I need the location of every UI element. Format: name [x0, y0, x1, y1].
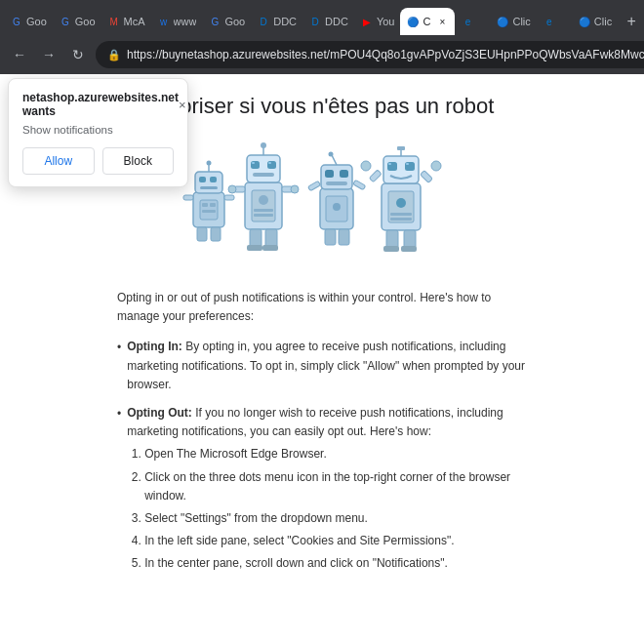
- svg-point-27: [291, 185, 299, 193]
- svg-rect-52: [397, 146, 405, 150]
- tab-favicon-2: G: [59, 15, 72, 28]
- svg-rect-40: [325, 170, 334, 178]
- popup-close-button[interactable]: ×: [179, 96, 186, 113]
- svg-rect-6: [200, 186, 218, 189]
- svg-rect-61: [386, 230, 398, 248]
- address-input[interactable]: 🔒 https://buynetashop.azurewebsites.net/…: [96, 41, 644, 68]
- svg-point-60: [431, 161, 441, 171]
- tab-2[interactable]: G Goo: [53, 8, 101, 35]
- tab-label-13: Clic: [594, 16, 612, 27]
- svg-rect-16: [247, 155, 280, 182]
- svg-rect-23: [253, 173, 274, 177]
- tab-6[interactable]: D DDC: [251, 8, 302, 35]
- steps-list: Open The Microsoft Edge Browser. Click o…: [127, 445, 527, 573]
- page-content: netashop.azurewebsites.net wants × Show …: [0, 74, 644, 644]
- svg-rect-7: [183, 195, 193, 200]
- url-text: https://buynetashop.azurewebsites.net/mP…: [127, 48, 644, 61]
- tab-favicon-13: 🔵: [578, 15, 591, 28]
- tab-label-9: Clic: [423, 16, 432, 27]
- tab-label-3: McA: [124, 16, 145, 27]
- opting-in-text: Opting In: By opting in, you agree to re…: [127, 338, 527, 394]
- tab-3[interactable]: M McA: [101, 8, 151, 35]
- tab-7[interactable]: D DDC: [302, 8, 354, 35]
- tab-close-9[interactable]: ×: [435, 15, 449, 28]
- svg-point-26: [228, 185, 236, 193]
- popup-site-name: netashop.azurewebsites.net wants: [22, 91, 179, 118]
- tab-12[interactable]: e: [537, 8, 572, 35]
- opting-out-title: Opting Out:: [127, 406, 192, 420]
- svg-rect-55: [388, 163, 391, 165]
- tab-favicon-4: w: [157, 15, 171, 28]
- browser-chrome: G Goo G Goo M McA w www G Goo D DDC D DD…: [0, 0, 644, 74]
- back-button[interactable]: ←: [8, 43, 31, 66]
- svg-rect-19: [251, 161, 260, 169]
- svg-point-33: [259, 195, 268, 205]
- tab-label-2: Goo: [75, 16, 96, 27]
- block-button[interactable]: Block: [102, 147, 175, 175]
- tab-favicon-9: 🔵: [406, 15, 420, 28]
- svg-rect-34: [254, 209, 273, 212]
- opting-in-detail: By opting in, you agree to receive push …: [127, 340, 525, 390]
- content-list: • Opting In: By opting in, you agree to …: [117, 338, 527, 577]
- tab-favicon-7: D: [308, 15, 322, 28]
- tab-10[interactable]: e: [455, 8, 490, 35]
- tab-favicon-8: ▶: [360, 15, 374, 28]
- tab-favicon-5: G: [208, 15, 221, 28]
- tab-label-4: www: [174, 16, 197, 27]
- svg-rect-63: [383, 246, 399, 252]
- svg-rect-44: [353, 180, 366, 189]
- svg-rect-31: [262, 245, 278, 251]
- svg-point-18: [261, 142, 266, 148]
- list-item-opting-in: • Opting In: By opting in, you agree to …: [117, 338, 527, 394]
- tab-label-1: Goo: [26, 16, 47, 27]
- svg-rect-10: [211, 227, 221, 241]
- svg-rect-1: [195, 172, 222, 193]
- tab-favicon-12: e: [543, 15, 556, 28]
- tab-8[interactable]: ▶ You: [354, 8, 401, 35]
- svg-rect-68: [390, 218, 412, 221]
- svg-rect-58: [421, 171, 433, 183]
- tab-favicon-3: M: [107, 15, 121, 28]
- svg-rect-64: [401, 246, 417, 252]
- tab-1[interactable]: G Goo: [4, 8, 53, 35]
- allow-button[interactable]: Allow: [22, 147, 95, 175]
- forward-button[interactable]: →: [37, 43, 60, 66]
- tab-favicon-6: D: [257, 15, 270, 28]
- step-1: Open The Microsoft Edge Browser.: [144, 445, 527, 463]
- tab-bar: G Goo G Goo M McA w www G Goo D DDC D DD…: [0, 0, 644, 35]
- svg-rect-4: [199, 177, 206, 182]
- popup-header: netashop.azurewebsites.net wants ×: [22, 91, 174, 118]
- step-3: Select "Settings" from the dropdown menu…: [144, 509, 527, 528]
- svg-rect-57: [369, 170, 382, 182]
- step-2: Click on the three dots menu icon in the…: [144, 468, 527, 505]
- svg-rect-56: [406, 163, 409, 165]
- step-5: In the center pane, scroll down and clic…: [144, 554, 527, 573]
- tab-label-8: You: [377, 16, 395, 27]
- svg-rect-37: [321, 165, 352, 189]
- address-bar: ← → ↻ 🔒 https://buynetashop.azurewebsite…: [0, 35, 644, 74]
- svg-point-59: [361, 161, 371, 171]
- list-item-opting-out: • Opting Out: If you no longer wish to r…: [117, 404, 527, 578]
- svg-rect-35: [254, 214, 273, 217]
- content-intro: Opting in or out of push notifications i…: [117, 289, 527, 326]
- refresh-button[interactable]: ↻: [66, 43, 90, 66]
- tab-9-active[interactable]: 🔵 Clic ×: [400, 8, 455, 35]
- svg-point-3: [207, 161, 212, 166]
- svg-rect-41: [340, 170, 348, 178]
- tab-label-6: DDC: [273, 16, 297, 27]
- tab-label-5: Goo: [224, 16, 245, 27]
- svg-rect-8: [224, 195, 234, 200]
- svg-rect-28: [250, 229, 262, 247]
- svg-rect-14: [202, 210, 216, 213]
- svg-rect-30: [247, 245, 262, 251]
- tab-13[interactable]: 🔵 Clic: [572, 8, 618, 35]
- tab-5[interactable]: G Goo: [202, 8, 251, 35]
- svg-line-38: [332, 155, 337, 165]
- tab-label-7: DDC: [325, 16, 348, 27]
- notification-popup: netashop.azurewebsites.net wants × Show …: [8, 78, 188, 187]
- tab-4[interactable]: w www: [151, 8, 203, 35]
- svg-point-48: [333, 203, 341, 211]
- add-tab-button[interactable]: +: [618, 8, 644, 35]
- tab-11[interactable]: 🔵 Clic: [490, 8, 536, 35]
- svg-point-66: [396, 198, 406, 208]
